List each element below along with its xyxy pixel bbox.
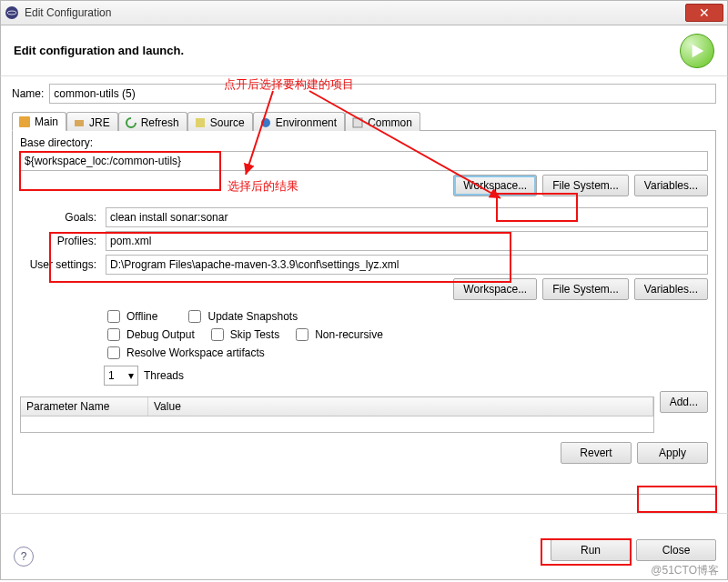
add-button[interactable]: Add... <box>660 391 708 413</box>
skip-label: Skip Tests <box>230 328 279 341</box>
non-recursive-checkbox[interactable]: Non-recursive <box>292 326 383 344</box>
tab-environment[interactable]: Environment <box>253 112 345 131</box>
refresh-icon <box>125 116 137 129</box>
debug-label: Debug Output <box>126 328 195 341</box>
debug-output-checkbox[interactable]: Debug Output <box>104 326 195 344</box>
tab-common[interactable]: Common <box>345 112 420 131</box>
window-title: Edit Configuration <box>25 6 685 19</box>
offline-label: Offline <box>126 310 157 323</box>
col-parameter-name[interactable]: Parameter Name <box>21 397 148 416</box>
nonrec-label: Non-recursive <box>315 328 383 341</box>
update-snapshots-checkbox[interactable]: Update Snapshots <box>185 307 298 326</box>
content-area: Name: Main JRE Refresh Source Environmen… <box>0 76 728 513</box>
tab-source-label: Source <box>210 116 245 129</box>
banner: Edit configuration and launch. <box>0 25 728 76</box>
watermark: @51CTO博客 <box>651 563 719 578</box>
goals-label: Goals: <box>20 211 100 224</box>
tab-refresh-label: Refresh <box>141 116 179 129</box>
environment-icon <box>259 116 272 129</box>
tab-strip: Main JRE Refresh Source Environment Comm… <box>12 111 716 131</box>
titlebar: Edit Configuration ✕ <box>0 0 728 25</box>
close-button[interactable]: Close <box>636 539 716 561</box>
anno-result: 选择后的结果 <box>228 178 298 195</box>
redbox-apply <box>637 486 717 513</box>
variables-button-2[interactable]: Variables... <box>634 278 708 300</box>
update-label: Update Snapshots <box>207 310 298 323</box>
jre-icon <box>73 116 86 129</box>
revert-button[interactable]: Revert <box>561 442 632 464</box>
svg-point-6 <box>261 118 270 127</box>
tab-source[interactable]: Source <box>187 112 253 131</box>
main-icon <box>18 115 31 128</box>
col-value[interactable]: Value <box>148 397 653 416</box>
tab-jre[interactable]: JRE <box>66 112 118 131</box>
resolve-workspace-checkbox[interactable]: Resolve Workspace artifacts <box>104 344 265 362</box>
skip-tests-checkbox[interactable]: Skip Tests <box>207 326 279 344</box>
svg-rect-4 <box>75 120 84 126</box>
svg-rect-7 <box>353 118 362 127</box>
anno-top: 点开后选择要构建的项目 <box>224 76 354 93</box>
name-input[interactable] <box>49 84 716 104</box>
tab-env-label: Environment <box>276 116 337 129</box>
offline-checkbox[interactable]: Offline <box>104 307 157 326</box>
redbox-basedir <box>19 151 221 191</box>
name-label: Name: <box>12 87 44 100</box>
redbox-goals <box>49 232 511 283</box>
help-icon[interactable]: ? <box>14 547 34 567</box>
threads-label: Threads <box>144 369 184 382</box>
banner-text: Edit configuration and launch. <box>14 44 680 57</box>
tab-main-label: Main <box>35 115 58 128</box>
redbox-workspace <box>496 193 578 222</box>
tab-refresh[interactable]: Refresh <box>118 112 187 131</box>
tab-jre-label: JRE <box>89 116 110 129</box>
redbox-run <box>541 538 632 566</box>
apply-button[interactable]: Apply <box>637 442 708 464</box>
parameter-table[interactable]: Parameter Name Value <box>20 396 654 433</box>
tab-main[interactable]: Main <box>12 112 66 131</box>
close-window-button[interactable]: ✕ <box>685 4 723 22</box>
svg-rect-3 <box>19 116 30 127</box>
eclipse-icon <box>5 5 19 20</box>
filesystem-button-2[interactable]: File System... <box>542 278 629 300</box>
goals-input[interactable] <box>106 207 708 227</box>
threads-spinner[interactable]: 1▾ <box>104 366 138 386</box>
run-icon <box>680 34 714 68</box>
common-icon <box>351 116 364 129</box>
source-icon <box>194 116 207 129</box>
base-dir-label: Base directory: <box>20 136 708 149</box>
svg-rect-5 <box>196 118 205 127</box>
tab-common-label: Common <box>368 116 412 129</box>
resolve-label: Resolve Workspace artifacts <box>126 346 265 359</box>
variables-button-1[interactable]: Variables... <box>634 175 708 196</box>
svg-marker-2 <box>693 44 704 56</box>
threads-value: 1 <box>108 369 115 382</box>
